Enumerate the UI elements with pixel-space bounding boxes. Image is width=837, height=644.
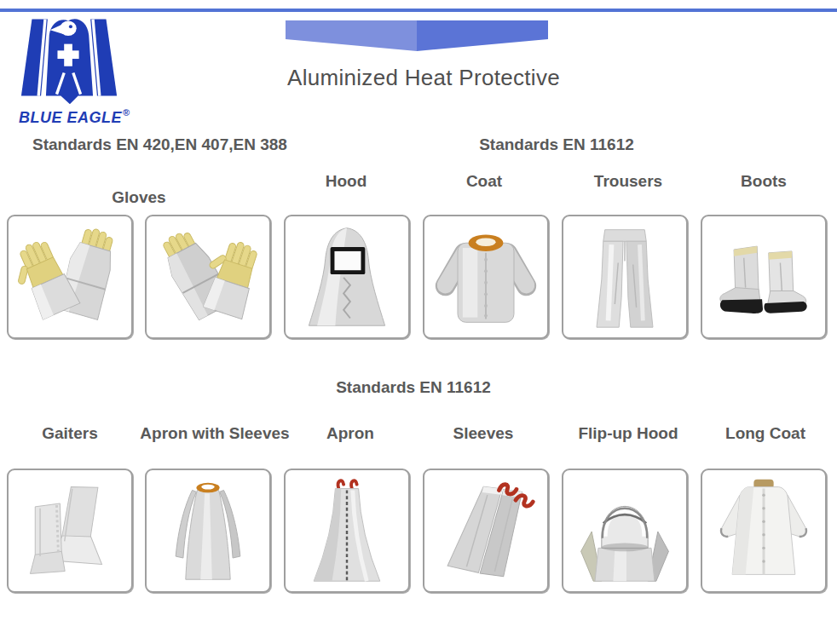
top-divider-line — [0, 9, 837, 12]
gaiters-icon — [12, 475, 128, 586]
hood-icon — [289, 221, 405, 332]
product-image-sleeves — [423, 469, 549, 593]
product-image-gaiters — [7, 469, 133, 593]
product-label-boots: Boots — [678, 172, 837, 191]
gloves-pair-back-icon — [150, 221, 266, 332]
standards-heading-bottom: Standards EN 11612 — [286, 378, 541, 397]
catalog-page: BLUE EAGLE® Aluminized Heat Protective S… — [0, 0, 837, 644]
title-ribbon — [286, 20, 548, 55]
product-image-coat — [423, 215, 549, 339]
standards-heading-right: Standards EN 11612 — [429, 135, 684, 154]
product-image-apron-with-sleeves — [145, 469, 271, 593]
page-title: Aluminized Heat Protective — [211, 65, 637, 91]
boots-icon — [706, 221, 822, 332]
gloves-pair-front-icon — [12, 221, 128, 332]
product-image-hood — [284, 215, 410, 339]
product-label-long-coat: Long Coat — [680, 424, 837, 443]
registered-mark: ® — [123, 107, 130, 118]
product-image-gloves-1 — [7, 215, 133, 339]
product-label-gloves: Gloves — [54, 188, 224, 207]
brand-name: BLUE EAGLE® — [19, 108, 130, 125]
product-image-gloves-2 — [145, 215, 271, 339]
product-image-long-coat — [701, 469, 827, 593]
product-image-boots — [701, 215, 827, 339]
trousers-icon — [567, 221, 683, 332]
sleeves-icon — [428, 475, 544, 586]
blue-eagle-shield-icon — [19, 15, 119, 104]
apron-icon — [289, 475, 405, 586]
flip-up-hood-icon — [567, 475, 683, 586]
product-image-apron — [284, 469, 410, 593]
long-coat-icon — [706, 475, 822, 586]
coat-icon — [428, 221, 544, 332]
standards-heading-left: Standards EN 420,EN 407,EN 388 — [32, 135, 287, 154]
apron-with-sleeves-icon — [150, 475, 266, 586]
blue-eagle-logo: BLUE EAGLE® — [19, 15, 130, 125]
product-image-trousers — [562, 215, 688, 339]
product-image-flip-up-hood — [562, 469, 688, 593]
